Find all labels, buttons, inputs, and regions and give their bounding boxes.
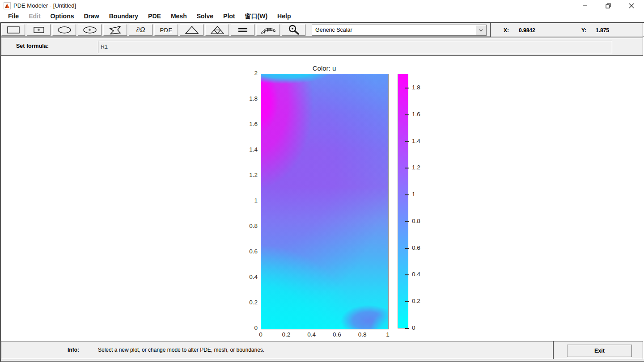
matlab-app-icon [4, 2, 11, 9]
plot-type-value: Generic Scalar [315, 27, 352, 33]
info-bar: Info: Select a new plot, or change mode … [1, 341, 553, 359]
menu-item-file[interactable]: File [3, 12, 24, 22]
menu-bar: FileEditOptionsDrawBoundaryPDEMeshSolveP… [0, 12, 644, 22]
set-formula-input[interactable] [98, 41, 612, 53]
colorbar-tick [405, 221, 409, 222]
colorbar-tick-label: 0 [412, 324, 415, 331]
rectangle-plus-icon [31, 25, 47, 35]
colorbar-tick [405, 328, 409, 329]
draw-polygon-button[interactable] [103, 24, 127, 36]
colorbar-tick [405, 141, 409, 142]
colorbar-tick-label: 0.8 [412, 218, 420, 224]
menu-item-draw[interactable]: Draw [79, 12, 104, 22]
plot-title: Color: u [261, 64, 388, 72]
y-axis-tick-label: 1 [236, 197, 258, 204]
colorbar-tick-label: 0.6 [412, 244, 420, 251]
set-formula-panel: Set formula: [1, 38, 643, 56]
colorbar-tick-label: 1.8 [412, 84, 420, 91]
x-axis-tick-label: 0 [251, 331, 271, 338]
x-axis-tick-label: 0.2 [276, 331, 296, 338]
x-axis-tick-label: 1 [378, 331, 398, 338]
menu-item-edit[interactable]: Edit [24, 12, 45, 22]
restore-icon [606, 3, 611, 8]
y-axis-tick-label: 0.4 [236, 274, 258, 280]
y-axis-tick-label: 1.2 [236, 172, 258, 178]
menu-item-pde[interactable]: PDE [143, 12, 166, 22]
colorbar-tick [405, 274, 409, 275]
close-button[interactable] [621, 0, 642, 12]
menu-item-solve[interactable]: Solve [192, 12, 218, 22]
ellipse-icon [56, 25, 72, 35]
magnifier-icon [287, 24, 301, 36]
zoom-button[interactable] [282, 24, 305, 36]
menu-item-boundary[interactable]: Boundary [104, 12, 143, 22]
x-coord-value: 0.9842 [519, 27, 535, 34]
exit-panel: Exit [553, 341, 643, 359]
y-axis-tick-label: 1.8 [236, 95, 258, 102]
window-title: PDE Modeler - [Untitled] [13, 2, 76, 9]
y-axis-tick-label: 1.4 [236, 146, 258, 153]
y-axis-tick-label: 0.2 [236, 299, 258, 306]
x-axis-tick-label: 0.8 [352, 331, 372, 338]
info-message: Select a new plot, or change mode to alt… [98, 347, 264, 353]
boundary-domega-icon: ∂Ω [136, 26, 145, 34]
solution-plot-canvas[interactable] [261, 74, 389, 329]
surface-mesh-icon [260, 25, 276, 35]
triangle-icon [184, 25, 199, 35]
plot-3d-button[interactable] [256, 24, 280, 36]
plot-type-dropdown[interactable]: Generic Scalar [312, 25, 487, 36]
draw-ellipse-centered-button[interactable] [78, 24, 102, 36]
menu-item-plot[interactable]: Plot [218, 12, 240, 22]
ellipse-plus-icon [82, 25, 98, 35]
exit-button[interactable]: Exit [567, 345, 632, 357]
refine-mesh-button[interactable] [205, 24, 229, 36]
colorbar-tick-label: 0.4 [412, 271, 420, 278]
colorbar-tick-label: 0.2 [412, 298, 420, 304]
toolbar: ∂Ω PDE Generic Scalar X: 0.9842 Y: 1.875 [0, 22, 644, 37]
mesh-button[interactable] [180, 24, 203, 36]
x-axis-tick-label: 0.6 [327, 331, 347, 338]
title-bar: PDE Modeler - [Untitled] [0, 0, 644, 12]
rectangle-icon [6, 25, 21, 35]
info-label: Info: [68, 347, 79, 353]
menu-item-help[interactable]: Help [272, 12, 296, 22]
x-axis-tick-label: 0.4 [302, 331, 322, 338]
menu-item-options[interactable]: Options [46, 12, 79, 22]
minimize-button[interactable] [575, 0, 595, 12]
colorbar-tick-label: 1.2 [412, 164, 420, 171]
window-bottom-edge [0, 359, 644, 362]
y-axis-tick-label: 0.6 [236, 248, 258, 255]
dropdown-arrow[interactable] [476, 25, 486, 35]
set-formula-label: Set formula: [16, 43, 49, 49]
close-icon [629, 3, 634, 8]
chevron-down-icon [479, 29, 483, 32]
pde-mode-button[interactable]: PDE [154, 24, 178, 36]
menu-item-window[interactable]: 窗口(W) [240, 12, 273, 22]
colorbar [398, 74, 408, 328]
colorbar-tick-label: 1 [412, 191, 415, 198]
colorbar-tick [405, 168, 409, 168]
colorbar-tick [405, 194, 409, 195]
y-axis-tick-label: 0 [236, 324, 258, 331]
y-axis-tick-label: 0.8 [236, 223, 258, 229]
pde-label-icon: PDE [160, 27, 172, 34]
equals-icon [236, 26, 250, 34]
colorbar-tick-label: 1.4 [412, 138, 420, 144]
menu-item-mesh[interactable]: Mesh [166, 12, 192, 22]
y-coord-value: 1.875 [596, 27, 609, 34]
y-axis-tick-label: 1.6 [236, 121, 258, 127]
draw-rectangle-button[interactable] [1, 24, 25, 36]
colorbar-tick [405, 114, 409, 115]
restore-button[interactable] [598, 0, 619, 12]
draw-rectangle-centered-button[interactable] [27, 24, 51, 36]
colorbar-tick [405, 301, 409, 302]
draw-ellipse-button[interactable] [52, 24, 76, 36]
colorbar-tick-label: 1.6 [412, 111, 420, 118]
colorbar-tick [405, 88, 409, 88]
solve-button[interactable] [231, 24, 254, 36]
x-coord-label: X: [504, 27, 509, 34]
polygon-icon [108, 25, 123, 35]
y-axis-tick-label: 2 [236, 70, 258, 76]
cursor-coordinates-panel: X: 0.9842 Y: 1.875 [490, 23, 643, 37]
boundary-mode-button[interactable]: ∂Ω [129, 24, 153, 36]
